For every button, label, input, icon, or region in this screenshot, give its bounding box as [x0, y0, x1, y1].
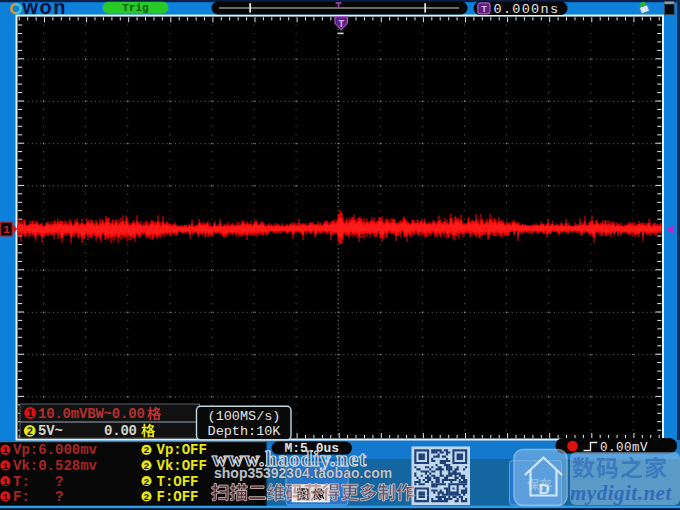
svg-text:1: 1 — [3, 444, 9, 455]
svg-text:Depth:10K: Depth:10K — [208, 424, 282, 439]
svg-text:won: won — [22, 0, 68, 18]
svg-text:T:OFF: T:OFF — [157, 474, 199, 490]
svg-text:F:OFF: F:OFF — [157, 489, 199, 505]
svg-text:10.0mVBW~0.00: 10.0mVBW~0.00 — [38, 406, 145, 422]
svg-text:1: 1 — [3, 476, 9, 487]
svg-text:1: 1 — [3, 223, 10, 236]
svg-text:1: 1 — [3, 460, 9, 471]
svg-text:2: 2 — [144, 476, 149, 487]
svg-text:shop35392304.taobao.com: shop35392304.taobao.com — [214, 465, 392, 481]
svg-text:T:: T: — [13, 474, 30, 490]
svg-text:T: T — [481, 4, 487, 15]
svg-text:2: 2 — [144, 444, 149, 455]
svg-text:T: T — [338, 19, 344, 30]
svg-text:2: 2 — [144, 491, 149, 502]
svg-text:5V~: 5V~ — [38, 423, 63, 439]
svg-text:Vk:OFF: Vk:OFF — [157, 458, 207, 474]
svg-text:(100MS/s): (100MS/s) — [208, 409, 281, 424]
svg-text:0.00: 0.00 — [104, 423, 137, 439]
svg-text:D: D — [538, 480, 549, 497]
svg-text:Vp:OFF: Vp:OFF — [157, 442, 207, 458]
svg-text:0.000ns: 0.000ns — [494, 2, 560, 17]
svg-text:2: 2 — [144, 460, 149, 471]
svg-text:?: ? — [55, 474, 63, 490]
svg-text:mydigit.net: mydigit.net — [570, 481, 672, 505]
svg-text:2: 2 — [27, 425, 33, 437]
svg-text:1: 1 — [3, 491, 9, 502]
svg-text:Trig: Trig — [122, 2, 148, 14]
svg-text:1: 1 — [27, 407, 33, 419]
svg-text:Vp:6.000mv: Vp:6.000mv — [13, 442, 98, 458]
svg-text:?: ? — [55, 489, 63, 505]
svg-text:Vk:0.528mv: Vk:0.528mv — [13, 458, 98, 474]
svg-text:F:: F: — [13, 489, 30, 505]
